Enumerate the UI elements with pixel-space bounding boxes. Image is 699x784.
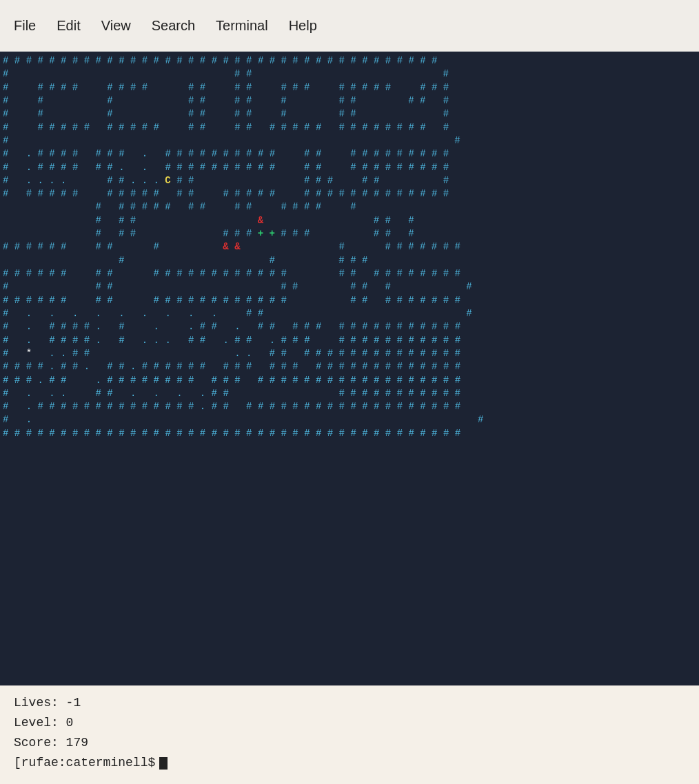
score-line: Score: 179 [14,734,685,752]
game-display: # # # # # # # # # # # # # # # # # # # # … [0,52,699,685]
level-line: Level: 0 [14,714,685,732]
prompt-text: [rufae:caterminell$ [14,754,155,772]
statusbar: Lives: -1 Level: 0 Score: 179 [rufae:cat… [0,685,699,784]
cursor-block [159,757,168,770]
menu-view[interactable]: View [101,18,131,34]
lives-line: Lives: -1 [14,694,685,712]
level-label: Level: 0 [14,716,73,730]
menu-file[interactable]: File [14,18,36,34]
score-label: Score: 179 [14,736,88,750]
prompt-line: [rufae:caterminell$ [14,754,685,772]
menu-help[interactable]: Help [289,18,317,34]
menu-search[interactable]: Search [152,18,195,34]
lives-label: Lives: -1 [14,696,81,710]
menu-terminal[interactable]: Terminal [216,18,268,34]
menu-edit[interactable]: Edit [57,18,80,34]
terminal-area: # # # # # # # # # # # # # # # # # # # # … [0,52,699,685]
menubar: File Edit View Search Terminal Help [0,0,699,52]
